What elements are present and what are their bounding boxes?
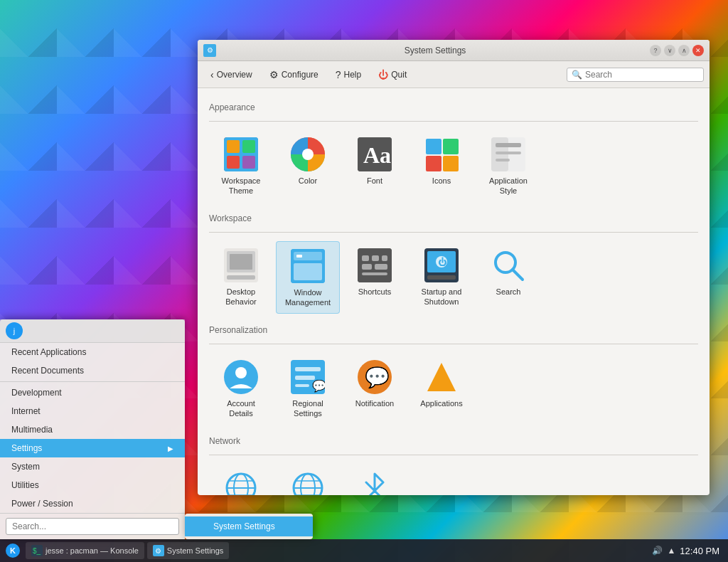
start-menu-search-input[interactable] (6, 518, 179, 535)
settings-item-startup-shutdown[interactable]: ⏻ Startup andShutdown (410, 241, 473, 314)
svg-rect-20 (227, 275, 255, 280)
section-appearance: Appearance WorkspaceTheme (209, 102, 698, 202)
svg-rect-28 (372, 255, 379, 261)
svg-rect-1 (227, 140, 240, 153)
notification-label: Notification (355, 398, 394, 408)
svg-text:Aa: Aa (363, 142, 391, 168)
svg-rect-32 (362, 272, 387, 275)
applications-icon (424, 360, 459, 394)
settings-item-applications[interactable]: Applications (410, 353, 473, 425)
network-tray-icon[interactable]: ▲ (667, 546, 675, 556)
settings-item-workspace-theme[interactable]: WorkspaceTheme (209, 130, 273, 202)
svg-rect-43 (295, 367, 321, 371)
user-avatar: j (6, 322, 23, 339)
settings-item-regional-settings[interactable]: 💬 RegionalSettings (276, 353, 340, 425)
quit-button[interactable]: ⏻ Quit (371, 66, 414, 83)
configure-button[interactable]: ⚙ Configure (262, 66, 326, 83)
svg-rect-17 (496, 159, 510, 161)
svg-text:💬: 💬 (312, 379, 325, 393)
svg-rect-24 (294, 263, 322, 280)
desktop-behavior-label: DesktopBehavior (225, 287, 256, 307)
svg-rect-9 (426, 139, 441, 154)
search-input[interactable] (585, 70, 699, 80)
svg-marker-49 (427, 363, 456, 391)
application-style-icon (491, 137, 525, 171)
start-menu-system[interactable]: System (0, 457, 185, 476)
start-menu-multimedia[interactable]: Multimedia (0, 420, 185, 439)
svg-rect-16 (496, 152, 521, 154)
svg-rect-31 (375, 264, 387, 270)
back-icon: ‹ (210, 69, 214, 80)
settings-item-icons[interactable]: Icons (410, 130, 473, 202)
app-menu-button[interactable]: K (3, 541, 23, 561)
settings-item-color[interactable]: Color (276, 130, 340, 202)
volume-icon[interactable]: 🔊 (652, 546, 663, 556)
system-settings-submenu-label: System Settings (213, 521, 275, 531)
start-menu-development[interactable]: Development (0, 383, 185, 402)
window-help-button[interactable]: ? (650, 45, 661, 56)
recent-docs-label: Recent Documents (11, 366, 84, 376)
settings-taskbar-icon: ⚙ (153, 545, 164, 556)
window-title: System Settings (220, 46, 650, 55)
svg-text:⚙: ⚙ (155, 547, 161, 555)
font-label: Font (367, 176, 382, 186)
divider-appearance (209, 121, 698, 122)
quit-icon: ⏻ (378, 69, 388, 80)
start-menu-power[interactable]: Power / Session (0, 494, 185, 513)
settings-submenu: System Settings (185, 514, 313, 539)
color-icon (291, 137, 325, 171)
taskbar-konsole-button[interactable]: $_ jesse : pacman — Konsole (26, 542, 144, 559)
settings-item-desktop-behavior[interactable]: DesktopBehavior (209, 241, 273, 314)
settings-item-account-details[interactable]: AccountDetails (209, 353, 273, 425)
svg-point-50 (227, 474, 255, 495)
help-icon: ? (336, 69, 341, 80)
settings-item-font[interactable]: Aa Font (343, 130, 407, 202)
back-button[interactable]: ‹ Overview (203, 66, 259, 83)
settings-item-shortcuts[interactable]: Shortcuts (343, 241, 407, 314)
section-network: Network Settings (209, 436, 698, 495)
svg-rect-27 (362, 255, 369, 261)
settings-window: ⚙ System Settings ? ∨ ∧ ✕ ‹ Overview ⚙ C… (198, 40, 710, 495)
window-minimize-button[interactable]: ∨ (664, 45, 675, 56)
settings-item-connectivity[interactable]: Connectivity (276, 464, 340, 495)
svg-rect-2 (242, 140, 255, 153)
workspace-theme-icon (224, 137, 258, 171)
settings-item-search[interactable]: Search (476, 241, 540, 314)
svg-point-6 (302, 149, 314, 160)
svg-text:$_: $_ (33, 547, 41, 555)
window-close-button[interactable]: ✕ (692, 45, 704, 56)
window-maximize-button[interactable]: ∧ (678, 45, 690, 56)
settings-item-application-style[interactable]: ApplicationStyle (476, 130, 540, 202)
internet-label: Internet (11, 406, 41, 416)
divider-network (209, 455, 698, 455)
start-menu-settings[interactable]: Settings ▶ (0, 439, 185, 457)
search-icon: 🔍 (572, 70, 582, 80)
section-personalization: Personalization AccountDetails (209, 325, 698, 425)
submenu-system-settings[interactable]: System Settings (185, 516, 313, 536)
taskbar-time: 12:40 PM (680, 546, 719, 556)
svg-point-55 (294, 474, 322, 495)
start-menu-utilities[interactable]: Utilities (0, 476, 185, 494)
divider-workspace (209, 232, 698, 233)
color-label: Color (299, 176, 317, 186)
svg-rect-25 (296, 255, 302, 258)
section-network-title: Network (209, 436, 698, 446)
konsole-icon: $_ (31, 545, 43, 556)
content-area: Appearance WorkspaceTheme (198, 88, 710, 495)
section-appearance-title: Appearance (209, 102, 698, 112)
network-settings-icon (224, 471, 258, 495)
system-label: System (11, 462, 40, 472)
settings-item-network-settings[interactable]: Settings (209, 464, 273, 495)
settings-item-notification[interactable]: 💬 Notification (343, 353, 407, 425)
utilities-label: Utilities (11, 480, 39, 490)
help-button[interactable]: ? Help (328, 66, 368, 83)
taskbar-settings-button[interactable]: ⚙ System Settings (147, 542, 229, 559)
svg-rect-11 (426, 156, 441, 171)
svg-point-56 (301, 474, 315, 495)
start-menu-recent-apps[interactable]: Recent Applications (0, 343, 185, 361)
workspace-theme-label: WorkspaceTheme (222, 176, 261, 196)
start-menu-recent-docs[interactable]: Recent Documents (0, 361, 185, 380)
settings-item-window-management[interactable]: WindowManagement (276, 241, 340, 314)
start-menu-internet[interactable]: Internet (0, 402, 185, 420)
settings-item-bluetooth[interactable]: Bluetooth (343, 464, 407, 495)
